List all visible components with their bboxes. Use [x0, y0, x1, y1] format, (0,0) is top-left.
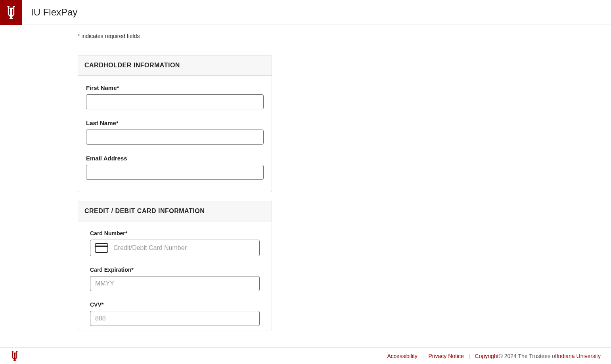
cardholder-panel-title: CARDHOLDER INFORMATION: [78, 55, 272, 76]
email-label: Email Address: [86, 155, 264, 162]
last-name-input[interactable]: [86, 130, 264, 145]
first-name-input[interactable]: [86, 94, 264, 109]
first-name-field: First Name*: [86, 84, 264, 109]
card-expiration-field: Card Expiration*: [90, 267, 260, 291]
footer-separator: |: [422, 353, 424, 359]
card-expiration-label: Card Expiration*: [90, 267, 260, 273]
footer-iu-logo: [10, 351, 19, 361]
copyright-link[interactable]: Copyright: [475, 353, 499, 359]
app-footer: Accessibility | Privacy Notice | Copyrig…: [0, 347, 611, 364]
email-input[interactable]: [86, 165, 264, 180]
email-field: Email Address: [86, 155, 264, 180]
card-number-field: Card Number*: [90, 230, 260, 256]
card-number-label: Card Number*: [90, 230, 260, 236]
last-name-field: Last Name*: [86, 120, 264, 145]
app-header: IU FlexPay: [0, 0, 611, 25]
cvv-input[interactable]: [90, 311, 260, 326]
privacy-link[interactable]: Privacy Notice: [428, 353, 464, 359]
required-fields-note: * indicates required fields: [78, 33, 611, 39]
card-panel: CREDIT / DEBIT CARD INFORMATION Card Num…: [78, 201, 272, 330]
cvv-label: CVV*: [90, 301, 260, 308]
card-number-wrap: [90, 240, 260, 256]
iu-trident-icon: [6, 6, 17, 19]
svg-rect-0: [95, 244, 108, 252]
iu-link[interactable]: Indiana University: [557, 353, 601, 359]
card-number-input[interactable]: [90, 240, 260, 256]
iu-trident-icon: [10, 351, 19, 361]
cvv-field: CVV*: [90, 301, 260, 326]
first-name-label: First Name*: [86, 84, 264, 91]
app-title: IU FlexPay: [31, 7, 77, 18]
cardholder-panel: CARDHOLDER INFORMATION First Name* Last …: [78, 55, 272, 192]
last-name-label: Last Name*: [86, 120, 264, 126]
svg-rect-1: [95, 246, 108, 247]
footer-separator: |: [469, 353, 470, 359]
main-scroll[interactable]: * indicates required fields CARDHOLDER I…: [0, 25, 611, 347]
credit-card-icon: [95, 243, 108, 253]
card-panel-title: CREDIT / DEBIT CARD INFORMATION: [78, 201, 272, 221]
copyright-text: © 2024 The Trustees of: [498, 353, 556, 359]
accessibility-link[interactable]: Accessibility: [387, 353, 418, 359]
card-panel-body: Card Number* Card Expiration*: [78, 221, 272, 330]
form-content: * indicates required fields CARDHOLDER I…: [0, 25, 611, 347]
cardholder-panel-body: First Name* Last Name* Email Address: [78, 76, 272, 192]
iu-logo: [0, 0, 22, 25]
card-expiration-input[interactable]: [90, 276, 260, 291]
